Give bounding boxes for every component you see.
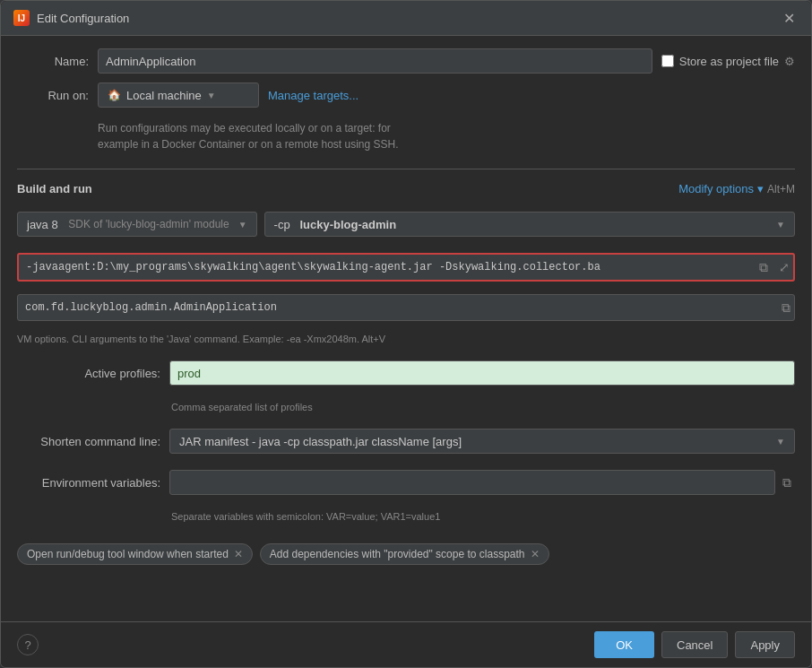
dropdown-arrow-icon: ▼ <box>207 91 216 100</box>
run-on-row: Run on: 🏠 Local machine ▼ Manage targets… <box>17 82 795 108</box>
vm-args-expand-button[interactable]: ⤢ <box>775 256 793 278</box>
modify-options-label: Modify options <box>678 182 754 195</box>
cp-flag-row: -cp lucky-blog-admin <box>274 218 397 231</box>
run-on-label: Run on: <box>17 89 89 102</box>
shorten-dropdown-arrow-icon: ▼ <box>776 437 785 447</box>
vm-hint: VM options. CLI arguments to the 'Java' … <box>17 334 795 344</box>
cp-dropdown-arrow-icon: ▼ <box>776 220 785 230</box>
section-divider <box>17 169 795 169</box>
build-run-header: Build and run Modify options ▾ Alt+M <box>17 182 795 195</box>
apply-button[interactable]: Apply <box>735 631 795 658</box>
tags-row: Open run/debug tool window when started … <box>17 538 795 570</box>
dialog-content: Name: Store as project file ⚙ Run on: 🏠 … <box>1 36 811 621</box>
cp-value: lucky-blog-admin <box>299 218 396 231</box>
build-run-title: Build and run <box>17 182 92 195</box>
shorten-label-text: Shorten command line: <box>40 435 160 448</box>
ok-button[interactable]: OK <box>594 631 654 658</box>
sdk-cp-row: java 8 SDK of 'lucky-blog-admin' module … <box>17 212 795 237</box>
env-input-row: ⧉ <box>169 470 795 495</box>
run-on-dropdown[interactable]: 🏠 Local machine ▼ <box>98 82 259 108</box>
chevron-down-icon: ▾ <box>757 182 764 195</box>
store-project-row: Store as project file ⚙ <box>661 55 795 68</box>
env-label: Environment variables: <box>17 476 160 490</box>
env-vars-row: Environment variables: ⧉ <box>17 470 795 495</box>
env-copy-button[interactable]: ⧉ <box>779 472 795 494</box>
dialog-footer: ? OK Cancel Apply <box>1 621 811 667</box>
shorten-value: JAR manifest - java -cp classpath.jar cl… <box>179 435 462 448</box>
name-row: Name: Store as project file ⚙ <box>17 48 795 74</box>
active-profiles-row: Active profiles: <box>17 360 795 386</box>
tag-debug-window-close[interactable]: ✕ <box>234 549 243 560</box>
sdk-version: java 8 <box>27 218 58 231</box>
tag-dependencies: Add dependencies with "provided" scope t… <box>260 543 549 565</box>
shorten-label: Shorten command line: <box>17 435 160 448</box>
name-input[interactable] <box>98 48 652 74</box>
footer-buttons: OK Cancel Apply <box>594 631 795 658</box>
profiles-hint: Comma separated list of profiles <box>17 402 795 412</box>
tag-debug-window-label: Open run/debug tool window when started <box>27 548 229 560</box>
env-input[interactable] <box>169 470 775 495</box>
close-button[interactable]: ✕ <box>779 8 799 28</box>
tag-dependencies-label: Add dependencies with "provided" scope t… <box>270 548 525 560</box>
local-machine-label: Local machine <box>126 89 202 102</box>
modify-options-link[interactable]: Modify options ▾ Alt+M <box>678 182 795 195</box>
store-project-checkbox[interactable] <box>661 55 674 67</box>
sdk-detail: SDK of 'lucky-blog-admin' module <box>68 218 229 230</box>
vm-args-input[interactable] <box>19 255 752 280</box>
active-profiles-input[interactable] <box>169 360 795 386</box>
app-icon: IJ <box>13 10 30 26</box>
help-button[interactable]: ? <box>17 634 39 655</box>
main-class-row: ⧉ <box>17 294 795 321</box>
shorten-command-row: Shorten command line: JAR manifest - jav… <box>17 429 795 454</box>
env-label-text: Environment variables: <box>42 476 160 490</box>
cancel-button[interactable]: Cancel <box>661 631 728 658</box>
name-label: Name: <box>17 55 89 68</box>
run-on-info: Run configurations may be executed local… <box>17 117 795 156</box>
house-icon: 🏠 <box>108 89 121 101</box>
tag-debug-window: Open run/debug tool window when started … <box>17 543 253 565</box>
edit-configuration-dialog: IJ Edit Configuration ✕ Name: Store as p… <box>0 0 812 668</box>
dialog-title: Edit Configuration <box>37 12 772 25</box>
main-class-input[interactable] <box>18 295 774 320</box>
sdk-dropdown-arrow-icon: ▼ <box>238 220 247 230</box>
active-profiles-label: Active profiles: <box>17 367 160 380</box>
manage-targets-link[interactable]: Manage targets... <box>268 89 358 102</box>
vm-args-copy-button[interactable]: ⧉ <box>756 256 772 279</box>
store-project-label: Store as project file <box>679 55 779 68</box>
sdk-dropdown[interactable]: java 8 SDK of 'lucky-blog-admin' module … <box>17 212 257 237</box>
shorten-dropdown[interactable]: JAR manifest - java -cp classpath.jar cl… <box>169 429 795 454</box>
gear-icon[interactable]: ⚙ <box>784 55 795 68</box>
vm-args-row: ⧉ ⤢ <box>17 253 795 282</box>
cp-dropdown[interactable]: -cp lucky-blog-admin ▼ <box>264 212 795 237</box>
modify-shortcut: Alt+M <box>767 183 795 195</box>
main-class-copy-button[interactable]: ⧉ <box>778 297 794 319</box>
tag-dependencies-close[interactable]: ✕ <box>531 549 540 560</box>
env-hint: Separate variables with semicolon: VAR=v… <box>17 511 795 522</box>
title-bar: IJ Edit Configuration ✕ <box>1 1 811 36</box>
